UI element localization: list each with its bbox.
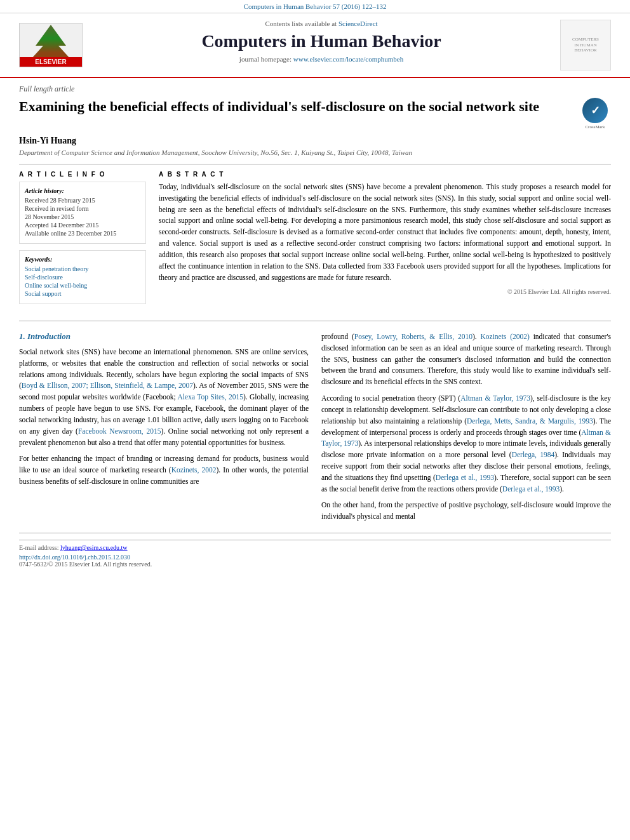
sciencedirect-link: Contents lists available at ScienceDirec… xyxy=(102,20,541,27)
intro-left-col: 1. Introduction Social network sites (SN… xyxy=(19,331,309,528)
crossmark-badge: ✓ CrossMark xyxy=(579,98,611,130)
author-affiliation: Department of Computer Science and Infor… xyxy=(19,149,611,156)
journal-name: Computers in Human Behavior xyxy=(102,31,541,51)
journal-header: ELSEVIER Contents lists available at Sci… xyxy=(0,13,630,78)
crossmark-label: CrossMark xyxy=(585,124,605,130)
keyword-2: Self-disclosure xyxy=(25,274,140,281)
info-abstract-columns: A R T I C L E I N F O Article history: R… xyxy=(19,171,611,310)
keywords-label: Keywords: xyxy=(25,256,140,263)
journal-homepage-line: journal homepage: www.elsevier.com/locat… xyxy=(102,55,541,63)
article-history-title: Article history: xyxy=(25,187,140,194)
author-name: Hsin-Yi Huang xyxy=(19,136,611,146)
ref-derlega2[interactable]: Derlega, 1984 xyxy=(512,451,555,458)
homepage-url[interactable]: www.elsevier.com/locate/comphumbeh xyxy=(293,55,403,63)
article-info-box: Article history: Received 28 February 20… xyxy=(19,182,146,244)
keyword-1: Social penetration theory xyxy=(25,265,140,272)
article-title-row: Examining the beneficial effects of indi… xyxy=(19,98,611,130)
intro-right-col: profound (Posey, Lowry, Roberts, & Ellis… xyxy=(321,331,611,528)
intro-paragraph-4: According to social penetration theory (… xyxy=(321,393,611,495)
intro-paragraph-5: On the other hand, from the perspective … xyxy=(321,500,611,523)
abstract-text: Today, individual's self-disclosure on t… xyxy=(159,182,611,283)
journal-cover-thumb: COMPUTERSIN HUMANBEHAVIOR xyxy=(560,20,611,70)
elsevier-logo: ELSEVIER xyxy=(13,20,89,70)
ref-alexa[interactable]: Alexa Top Sites, 2015 xyxy=(178,393,243,401)
footer-section: E-mail address: lyhuang@esim.scu.edu.tw … xyxy=(19,540,611,568)
email-label: E-mail address: xyxy=(19,544,58,551)
ref-boyd[interactable]: Boyd & Ellison, 2007; Ellison, Steinfiel… xyxy=(22,382,193,389)
ref-altman1[interactable]: Altman & Taylor, 1973 xyxy=(460,394,530,402)
email-link[interactable]: lyhuang@esim.scu.edu.tw xyxy=(60,544,128,551)
sciencedirect-anchor[interactable]: ScienceDirect xyxy=(338,20,378,27)
accepted-date: Accepted 14 December 2015 xyxy=(25,222,140,229)
ref-derlega4[interactable]: Derlega et al., 1993 xyxy=(502,485,560,493)
ref-derlega3[interactable]: Derlega et al., 1993 xyxy=(436,474,494,481)
article-body: Full length article Examining the benefi… xyxy=(0,78,630,574)
intro-paragraph-2: For better enhancing the impact of brand… xyxy=(19,453,309,487)
doi-link[interactable]: http://dx.doi.org/10.1016/j.chb.2015.12.… xyxy=(19,554,130,561)
elsevier-label: ELSEVIER xyxy=(20,57,82,67)
introduction-section: 1. Introduction Social network sites (SN… xyxy=(19,331,611,528)
article-type: Full length article xyxy=(19,84,611,94)
section-heading: 1. Introduction xyxy=(19,331,309,342)
journal-thumbnail: COMPUTERSIN HUMANBEHAVIOR xyxy=(554,20,617,70)
right-column: A B S T R A C T Today, individual's self… xyxy=(159,171,611,310)
journal-title-block: Contents lists available at ScienceDirec… xyxy=(89,20,554,70)
ref-altman2[interactable]: Altman & Taylor, 1973 xyxy=(321,429,611,448)
email-line: E-mail address: lyhuang@esim.scu.edu.tw xyxy=(19,544,611,551)
section-divider xyxy=(19,321,611,321)
abstract-label: A B S T R A C T xyxy=(159,171,611,178)
article-info-label: A R T I C L E I N F O xyxy=(19,171,146,178)
keyword-4: Social support xyxy=(25,290,140,297)
ref-kozinets[interactable]: Kozinets, 2002 xyxy=(171,466,217,474)
revised-date: 28 November 2015 xyxy=(25,213,140,220)
copyright-line: © 2015 Elsevier Ltd. All rights reserved… xyxy=(159,288,611,295)
footer-divider xyxy=(19,533,611,533)
keywords-box: Keywords: Social penetration theory Self… xyxy=(19,250,146,304)
available-date: Available online 23 December 2015 xyxy=(25,230,140,237)
doi-line: http://dx.doi.org/10.1016/j.chb.2015.12.… xyxy=(19,554,611,561)
journal-citation-bar: Computers in Human Behavior 57 (2016) 12… xyxy=(0,0,630,13)
crossmark-icon: ✓ xyxy=(582,98,608,123)
ref-facebook[interactable]: Facebook Newsroom, 2015 xyxy=(78,427,161,435)
keyword-3: Online social well-being xyxy=(25,282,140,289)
revised-label: Received in revised form xyxy=(25,205,140,212)
intro-paragraph-3: profound (Posey, Lowry, Roberts, & Ellis… xyxy=(321,331,611,388)
left-column: A R T I C L E I N F O Article history: R… xyxy=(19,171,146,310)
ref-derlega1[interactable]: Derlega, Metts, Sandra, & Margulis, 1993 xyxy=(467,417,593,425)
journal-citation: Computers in Human Behavior 57 (2016) 12… xyxy=(244,3,387,10)
ref-posey[interactable]: Posey, Lowry, Roberts, & Ellis, 2010 xyxy=(354,333,473,340)
ref-kozinets2[interactable]: Kozinets (2002) xyxy=(480,333,529,340)
article-title: Examining the beneficial effects of indi… xyxy=(19,98,579,116)
intro-paragraph-1: Social network sites (SNS) have become a… xyxy=(19,347,309,448)
issn-line: 0747-5632/© 2015 Elsevier Ltd. All right… xyxy=(19,561,611,568)
received-date: Received 28 February 2015 xyxy=(25,197,140,204)
header-divider xyxy=(19,164,611,164)
